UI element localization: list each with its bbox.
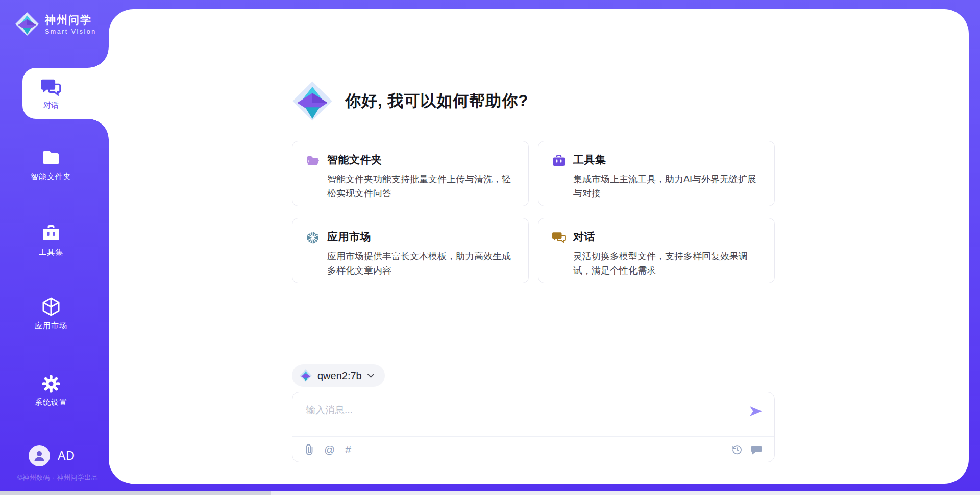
sidebar-item-label: 智能文件夹 <box>31 172 71 182</box>
chat-bubbles-icon <box>40 77 62 97</box>
sidebar-item-label: 系统设置 <box>35 398 67 407</box>
history-icon[interactable] <box>731 444 743 455</box>
attach-paperclip-icon[interactable] <box>305 444 314 455</box>
card-title: 应用市场 <box>327 230 516 244</box>
avatar <box>29 445 50 466</box>
send-icon[interactable] <box>749 405 763 418</box>
message-input[interactable] <box>306 404 745 433</box>
mention-icon[interactable]: @ <box>324 443 335 456</box>
sidebar-item-toolset[interactable]: 工具集 <box>0 224 102 257</box>
model-selector[interactable]: qwen2:7b <box>292 364 385 387</box>
sidebar-item-app-market[interactable]: 应用市场 <box>0 296 102 331</box>
card-description: 灵活切换多模型文件，支持多样回复效果调试，满足个性化需求 <box>573 250 762 278</box>
sidebar-item-label: 应用市场 <box>35 321 67 331</box>
sidebar-item-settings[interactable]: 系统设置 <box>0 374 102 407</box>
folder-icon <box>41 148 61 168</box>
card-title: 工具集 <box>573 153 762 167</box>
gear-icon <box>41 374 61 394</box>
sidebar-item-smart-folder[interactable]: 智能文件夹 <box>0 148 102 182</box>
card-title: 智能文件夹 <box>327 153 516 167</box>
model-diamond-icon <box>299 369 312 382</box>
card-smart-folder[interactable]: 智能文件夹 智能文件夹功能支持批量文件上传与清洗，轻松实现文件问答 <box>292 141 529 206</box>
chat-icon <box>552 231 566 244</box>
greeting-title: 你好, 我可以如何帮助你? <box>345 90 528 112</box>
app-title: 神州问学 <box>45 13 96 27</box>
model-name: qwen2:7b <box>317 370 362 382</box>
card-description: 应用市场提供丰富长文本模板，助力高效生成多样化文章内容 <box>327 250 516 278</box>
greeting-diamond-icon <box>291 80 334 122</box>
chevron-down-icon <box>367 373 375 378</box>
sidebar-item-label: 工具集 <box>39 247 63 257</box>
copyright-text: ©神州数码 · 神州问学出品 <box>17 473 98 482</box>
card-title: 对话 <box>573 230 762 244</box>
message-composer: @ # <box>292 392 775 462</box>
person-icon <box>33 449 46 462</box>
cube-icon <box>40 296 62 317</box>
scrollbar-thumb[interactable] <box>0 491 271 495</box>
composer-toolbar: @ # <box>292 436 774 462</box>
brand-diamond-icon <box>14 11 40 37</box>
card-toolset[interactable]: 工具集 集成市场上主流工具，助力AI与外界无缝扩展与对接 <box>538 141 775 206</box>
feature-cards: 智能文件夹 智能文件夹功能支持批量文件上传与清洗，轻松实现文件问答 工具集 集成… <box>292 141 775 283</box>
sidebar-item-label: 对话 <box>43 101 59 110</box>
user-name: AD <box>58 449 75 463</box>
cube-grid-icon <box>306 231 320 245</box>
toolbox-icon <box>41 224 61 244</box>
greeting-block: 你好, 我可以如何帮助你? <box>291 80 528 122</box>
user-profile[interactable]: AD <box>29 445 75 466</box>
card-chat[interactable]: 对话 灵活切换多模型文件，支持多样回复效果调试，满足个性化需求 <box>538 218 775 283</box>
folder-open-icon <box>306 154 320 168</box>
topic-hash-icon[interactable]: # <box>345 443 351 456</box>
sidebar-item-chat[interactable]: 对话 <box>22 68 109 119</box>
app-subtitle: Smart Vision <box>45 28 96 35</box>
card-description: 集成市场上主流工具，助力AI与外界无缝扩展与对接 <box>573 172 762 201</box>
briefcase-icon <box>552 154 566 168</box>
card-app-market[interactable]: 应用市场 应用市场提供丰富长文本模板，助力高效生成多样化文章内容 <box>292 218 529 283</box>
app-logo: 神州问学 Smart Vision <box>14 11 96 37</box>
quick-reply-icon[interactable] <box>751 444 762 455</box>
horizontal-scrollbar[interactable] <box>0 491 980 495</box>
card-description: 智能文件夹功能支持批量文件上传与清洗，轻松实现文件问答 <box>327 172 516 201</box>
